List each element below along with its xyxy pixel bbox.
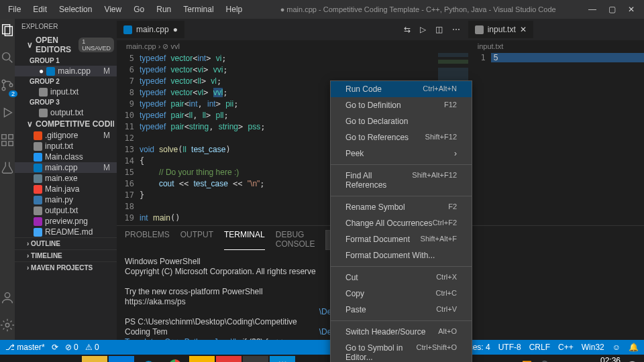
search-icon[interactable] bbox=[0, 50, 15, 67]
ctx-copy[interactable]: CopyCtrl+C bbox=[331, 286, 472, 302]
ctx-format-document[interactable]: Format DocumentShift+Alt+F bbox=[331, 231, 472, 247]
ctx-find-all-references[interactable]: Find All ReferencesShift+Alt+F12 bbox=[331, 168, 472, 193]
run-icon[interactable]: ▷ bbox=[420, 25, 426, 34]
tab-label: input.txt bbox=[488, 25, 516, 34]
ctx-go-to-definition[interactable]: Go to DefinitionF12 bbox=[331, 97, 472, 113]
file-tree-item[interactable]: main.py bbox=[15, 194, 117, 205]
ctx-format-document-with-[interactable]: Format Document With... bbox=[331, 247, 472, 263]
status-item[interactable]: C++ bbox=[558, 343, 574, 352]
menu-help[interactable]: Help bbox=[221, 2, 248, 17]
menu-edit[interactable]: Edit bbox=[28, 2, 52, 17]
editor-group-label: GROUP 2 bbox=[15, 76, 117, 86]
ctx-go-to-symbol-in-editor-[interactable]: Go to Symbol in Editor...Ctrl+Shift+O bbox=[331, 340, 472, 362]
editor-group-label: GROUP 3 bbox=[15, 97, 117, 107]
ctx-paste[interactable]: PasteCtrl+V bbox=[331, 302, 472, 318]
file-tree-item[interactable]: main.exe bbox=[15, 173, 117, 184]
status-item[interactable]: Win32 bbox=[582, 343, 604, 352]
ctx-peek[interactable]: Peek› bbox=[331, 145, 472, 162]
store-icon[interactable]: 🛍 bbox=[109, 356, 134, 363]
wps-icon[interactable]: P bbox=[216, 356, 241, 363]
file-tree-item[interactable]: Main.class bbox=[15, 152, 117, 162]
split-icon[interactable]: ◫ bbox=[435, 25, 443, 34]
status-item[interactable]: 🔔 bbox=[629, 343, 639, 352]
start-icon[interactable]: ⊞ bbox=[1, 356, 27, 363]
code-editor[interactable]: 1 5 bbox=[468, 52, 644, 225]
ctx-go-to-declaration[interactable]: Go to Declaration bbox=[331, 113, 472, 129]
open-editor-item[interactable]: output.txt bbox=[15, 107, 117, 118]
tab-main-cpp[interactable]: main.cpp● bbox=[117, 21, 184, 38]
ctx-switch-header-source[interactable]: Switch Header/SourceAlt+O bbox=[331, 324, 472, 340]
maximize-icon[interactable]: ▢ bbox=[608, 5, 616, 14]
menu-view[interactable]: View bbox=[99, 2, 127, 17]
app-icon[interactable]: ▦ bbox=[189, 356, 215, 363]
open-editor-item[interactable]: ●main.cppM bbox=[15, 66, 117, 76]
status-item[interactable]: ⊘ 0 bbox=[65, 343, 78, 352]
ctx-go-to-references[interactable]: Go to ReferencesShift+F12 bbox=[331, 129, 472, 145]
vscode-taskbar-icon[interactable]: ◢ bbox=[243, 356, 268, 363]
menu-terminal[interactable]: Terminal bbox=[178, 2, 219, 17]
photos-icon[interactable]: 🖼 bbox=[270, 356, 295, 363]
settings-icon[interactable] bbox=[0, 318, 15, 335]
file-tree-item[interactable]: Main.java bbox=[15, 184, 117, 194]
debug-icon[interactable] bbox=[0, 105, 15, 122]
menu-go[interactable]: Go bbox=[128, 2, 150, 17]
status-item[interactable]: UTF-8 bbox=[498, 343, 521, 352]
folder-name: COMPETITIVE CODING TEMPLATE - C+... bbox=[36, 119, 114, 129]
explorer-title: EXPLORER bbox=[15, 19, 117, 34]
outline-section[interactable]: › MAVEN PROJECTS bbox=[15, 261, 117, 274]
file-tree-item[interactable]: .gitignoreM bbox=[15, 130, 117, 141]
open-editor-item[interactable]: input.txt bbox=[15, 86, 117, 97]
breadcrumb[interactable]: main.cpp › ⊘ vvl bbox=[117, 40, 468, 53]
open-editors-label: OPEN EDITORS bbox=[36, 36, 76, 54]
file-tree-item[interactable]: input.txt bbox=[15, 141, 117, 152]
open-editors-section[interactable]: ∨OPEN EDITORS1 UNSAVED bbox=[15, 34, 117, 56]
outline-section[interactable]: › TIMELINE bbox=[15, 249, 117, 261]
close-icon[interactable]: ✕ bbox=[628, 5, 635, 14]
menu-file[interactable]: File bbox=[3, 2, 26, 17]
minimize-icon[interactable]: — bbox=[588, 5, 596, 14]
task-view-icon[interactable]: ⧉ bbox=[55, 356, 80, 363]
extensions-icon[interactable] bbox=[0, 133, 15, 149]
more-icon[interactable]: ⋯ bbox=[452, 25, 460, 34]
file-tree-item[interactable]: README.md bbox=[15, 227, 117, 237]
edge-icon[interactable]: 🌐 bbox=[136, 356, 161, 363]
status-item[interactable]: CRLF bbox=[529, 343, 550, 352]
ctx-cut[interactable]: CutCtrl+X bbox=[331, 269, 472, 286]
ctx-rename-symbol[interactable]: Rename SymbolF2 bbox=[331, 199, 472, 215]
account-icon[interactable] bbox=[0, 290, 15, 307]
tab-input-txt[interactable]: input.txt✕ bbox=[468, 21, 533, 38]
status-item[interactable]: ⟳ bbox=[52, 343, 58, 352]
close-tab-icon[interactable]: ✕ bbox=[520, 25, 527, 34]
compare-icon[interactable]: ⇆ bbox=[404, 25, 411, 34]
ctx-change-all-occurrences[interactable]: Change All OccurrencesCtrl+F2 bbox=[331, 215, 472, 231]
outline-section[interactable]: › OUTLINE bbox=[15, 237, 117, 249]
menu-selection[interactable]: Selection bbox=[54, 2, 97, 17]
panel-tab-problems[interactable]: PROBLEMS bbox=[125, 230, 170, 250]
panel-tab-terminal[interactable]: TERMINAL bbox=[224, 230, 265, 250]
menu-run[interactable]: Run bbox=[151, 2, 176, 17]
windows-taskbar: ⊞ ○ ⧉ 📁 🛍 🌐 ▦ P ◢ 🖼 ∧ 📶 🔊 ENG 02:36 30-0… bbox=[0, 355, 644, 362]
svg-point-2 bbox=[3, 53, 10, 60]
file-tree-item[interactable]: preview.png bbox=[15, 216, 117, 227]
ctx-run-code[interactable]: Run CodeCtrl+Alt+N bbox=[331, 81, 472, 97]
breadcrumb[interactable]: input.txt bbox=[468, 40, 644, 52]
folder-section[interactable]: ∨COMPETITIVE CODING TEMPLATE - C+... bbox=[15, 118, 117, 130]
svg-rect-8 bbox=[2, 135, 6, 139]
chrome-icon[interactable] bbox=[162, 356, 188, 363]
panel-tab-debug console[interactable]: DEBUG CONSOLE bbox=[276, 230, 315, 250]
file-tree-item[interactable]: main.cppM bbox=[15, 162, 117, 173]
scm-icon[interactable]: 2 bbox=[0, 78, 15, 95]
explorer-taskbar-icon[interactable]: 📁 bbox=[82, 356, 107, 363]
editor-group-2: input.txt✕ input.txt 1 5 ⋯ bbox=[468, 19, 644, 340]
test-icon[interactable] bbox=[0, 160, 15, 177]
explorer-icon[interactable] bbox=[0, 23, 15, 40]
svg-point-6 bbox=[9, 84, 13, 87]
file-tree-item[interactable]: output.txt bbox=[15, 205, 117, 216]
window-controls: — ▢ ✕ bbox=[588, 5, 641, 14]
clock-time[interactable]: 02:36 bbox=[580, 356, 621, 363]
cortana-icon[interactable]: ○ bbox=[28, 356, 54, 363]
status-item[interactable]: ⚠ 0 bbox=[85, 343, 99, 352]
panel-tab-output[interactable]: OUTPUT bbox=[180, 230, 213, 250]
status-item[interactable]: ⎇ master* bbox=[5, 343, 45, 352]
status-item[interactable]: ☺ bbox=[612, 343, 621, 352]
